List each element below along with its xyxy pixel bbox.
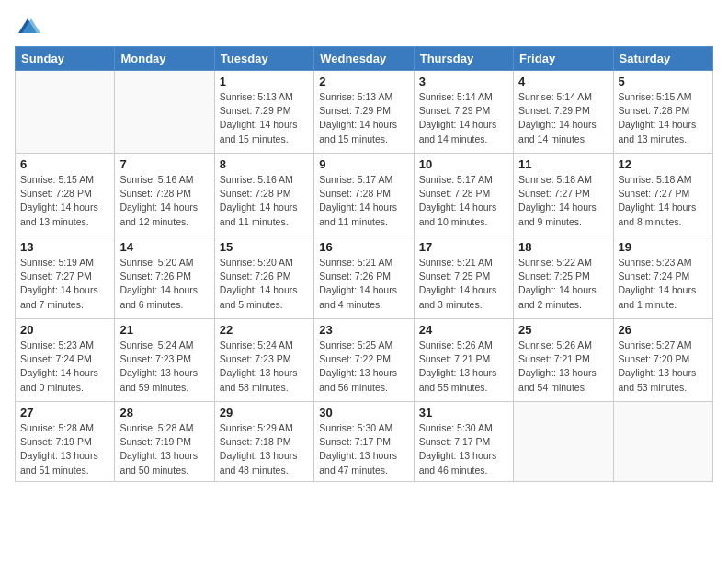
day-number: 2 <box>319 75 408 88</box>
day-number: 11 <box>518 157 608 171</box>
weekday-header-tuesday: Tuesday <box>214 47 313 71</box>
calendar-cell: 2Sunrise: 5:13 AMSunset: 7:29 PMDaylight… <box>314 71 414 154</box>
calendar-cell: 15Sunrise: 5:20 AMSunset: 7:26 PMDayligh… <box>214 236 313 319</box>
calendar-cell: 23Sunrise: 5:25 AMSunset: 7:22 PMDayligh… <box>314 319 414 402</box>
day-info: Sunrise: 5:26 AMSunset: 7:21 PMDaylight:… <box>419 339 508 395</box>
day-number: 13 <box>20 240 109 254</box>
calendar-cell: 21Sunrise: 5:24 AMSunset: 7:23 PMDayligh… <box>115 319 214 402</box>
day-number: 25 <box>518 323 608 337</box>
calendar-cell: 11Sunrise: 5:18 AMSunset: 7:27 PMDayligh… <box>514 154 613 236</box>
day-number: 3 <box>419 75 508 88</box>
week-row-3: 13Sunrise: 5:19 AMSunset: 7:27 PMDayligh… <box>16 236 713 319</box>
day-info: Sunrise: 5:23 AMSunset: 7:24 PMDaylight:… <box>619 256 708 312</box>
calendar-cell: 1Sunrise: 5:13 AMSunset: 7:29 PMDaylight… <box>214 71 313 154</box>
day-number: 17 <box>419 240 508 254</box>
day-number: 20 <box>20 323 109 337</box>
day-number: 5 <box>619 75 708 88</box>
day-info: Sunrise: 5:20 AMSunset: 7:26 PMDaylight:… <box>119 256 209 312</box>
day-number: 15 <box>220 240 309 254</box>
day-number: 19 <box>619 240 708 254</box>
weekday-header-row: SundayMondayTuesdayWednesdayThursdayFrid… <box>16 47 713 71</box>
calendar-cell: 16Sunrise: 5:21 AMSunset: 7:26 PMDayligh… <box>314 236 414 319</box>
day-info: Sunrise: 5:30 AMSunset: 7:17 PMDaylight:… <box>419 421 508 477</box>
day-number: 28 <box>119 406 209 419</box>
day-info: Sunrise: 5:16 AMSunset: 7:28 PMDaylight:… <box>220 173 309 229</box>
day-number: 16 <box>319 240 408 254</box>
day-number: 6 <box>20 157 109 171</box>
calendar-cell <box>514 402 613 482</box>
week-row-2: 6Sunrise: 5:15 AMSunset: 7:28 PMDaylight… <box>16 154 713 236</box>
calendar-cell: 28Sunrise: 5:28 AMSunset: 7:19 PMDayligh… <box>115 402 214 482</box>
calendar-cell: 13Sunrise: 5:19 AMSunset: 7:27 PMDayligh… <box>16 236 115 319</box>
day-number: 26 <box>619 323 708 337</box>
page-header <box>15 15 713 40</box>
day-number: 24 <box>419 323 508 337</box>
calendar-cell: 3Sunrise: 5:14 AMSunset: 7:29 PMDaylight… <box>414 71 513 154</box>
calendar-cell: 30Sunrise: 5:30 AMSunset: 7:17 PMDayligh… <box>314 402 414 482</box>
week-row-5: 27Sunrise: 5:28 AMSunset: 7:19 PMDayligh… <box>16 402 713 482</box>
calendar-cell: 20Sunrise: 5:23 AMSunset: 7:24 PMDayligh… <box>16 319 115 402</box>
calendar-cell: 29Sunrise: 5:29 AMSunset: 7:18 PMDayligh… <box>214 402 313 482</box>
calendar-cell: 14Sunrise: 5:20 AMSunset: 7:26 PMDayligh… <box>115 236 214 319</box>
day-number: 31 <box>419 406 508 419</box>
calendar-cell <box>613 402 712 482</box>
day-info: Sunrise: 5:26 AMSunset: 7:21 PMDaylight:… <box>518 339 608 395</box>
weekday-header-friday: Friday <box>514 47 613 71</box>
calendar-cell: 25Sunrise: 5:26 AMSunset: 7:21 PMDayligh… <box>514 319 613 402</box>
calendar-cell: 22Sunrise: 5:24 AMSunset: 7:23 PMDayligh… <box>214 319 313 402</box>
day-number: 21 <box>119 323 209 337</box>
day-number: 7 <box>119 157 209 171</box>
day-info: Sunrise: 5:17 AMSunset: 7:28 PMDaylight:… <box>319 173 408 229</box>
day-number: 18 <box>518 240 608 254</box>
day-info: Sunrise: 5:19 AMSunset: 7:27 PMDaylight:… <box>20 256 109 312</box>
calendar-cell: 7Sunrise: 5:16 AMSunset: 7:28 PMDaylight… <box>115 154 214 236</box>
calendar-table: SundayMondayTuesdayWednesdayThursdayFrid… <box>15 46 713 482</box>
day-number: 12 <box>619 157 708 171</box>
weekday-header-wednesday: Wednesday <box>314 47 414 71</box>
day-info: Sunrise: 5:13 AMSunset: 7:29 PMDaylight:… <box>319 90 408 146</box>
day-info: Sunrise: 5:18 AMSunset: 7:27 PMDaylight:… <box>518 173 608 229</box>
day-info: Sunrise: 5:25 AMSunset: 7:22 PMDaylight:… <box>319 339 408 395</box>
day-info: Sunrise: 5:14 AMSunset: 7:29 PMDaylight:… <box>518 90 608 146</box>
day-info: Sunrise: 5:29 AMSunset: 7:18 PMDaylight:… <box>220 421 309 477</box>
calendar-cell: 5Sunrise: 5:15 AMSunset: 7:28 PMDaylight… <box>613 71 712 154</box>
calendar-cell: 31Sunrise: 5:30 AMSunset: 7:17 PMDayligh… <box>414 402 513 482</box>
day-info: Sunrise: 5:30 AMSunset: 7:17 PMDaylight:… <box>319 421 408 477</box>
day-info: Sunrise: 5:21 AMSunset: 7:25 PMDaylight:… <box>419 256 508 312</box>
calendar-cell: 6Sunrise: 5:15 AMSunset: 7:28 PMDaylight… <box>16 154 115 236</box>
day-info: Sunrise: 5:15 AMSunset: 7:28 PMDaylight:… <box>619 90 708 146</box>
day-number: 8 <box>220 157 309 171</box>
day-number: 14 <box>119 240 209 254</box>
calendar-cell: 18Sunrise: 5:22 AMSunset: 7:25 PMDayligh… <box>514 236 613 319</box>
weekday-header-saturday: Saturday <box>613 47 712 71</box>
day-info: Sunrise: 5:21 AMSunset: 7:26 PMDaylight:… <box>319 256 408 312</box>
day-info: Sunrise: 5:20 AMSunset: 7:26 PMDaylight:… <box>220 256 309 312</box>
logo-icon <box>15 15 40 40</box>
day-number: 10 <box>419 157 508 171</box>
day-number: 27 <box>20 406 109 419</box>
day-info: Sunrise: 5:15 AMSunset: 7:28 PMDaylight:… <box>20 173 109 229</box>
day-info: Sunrise: 5:28 AMSunset: 7:19 PMDaylight:… <box>20 421 109 477</box>
day-info: Sunrise: 5:18 AMSunset: 7:27 PMDaylight:… <box>619 173 708 229</box>
calendar-cell: 9Sunrise: 5:17 AMSunset: 7:28 PMDaylight… <box>314 154 414 236</box>
week-row-1: 1Sunrise: 5:13 AMSunset: 7:29 PMDaylight… <box>16 71 713 154</box>
day-info: Sunrise: 5:28 AMSunset: 7:19 PMDaylight:… <box>119 421 209 477</box>
day-info: Sunrise: 5:13 AMSunset: 7:29 PMDaylight:… <box>220 90 309 146</box>
day-info: Sunrise: 5:14 AMSunset: 7:29 PMDaylight:… <box>419 90 508 146</box>
calendar-cell <box>16 71 115 154</box>
day-number: 22 <box>220 323 309 337</box>
day-info: Sunrise: 5:22 AMSunset: 7:25 PMDaylight:… <box>518 256 608 312</box>
calendar-cell: 17Sunrise: 5:21 AMSunset: 7:25 PMDayligh… <box>414 236 513 319</box>
day-info: Sunrise: 5:16 AMSunset: 7:28 PMDaylight:… <box>119 173 209 229</box>
logo <box>15 15 44 40</box>
calendar-cell: 24Sunrise: 5:26 AMSunset: 7:21 PMDayligh… <box>414 319 513 402</box>
calendar-cell: 12Sunrise: 5:18 AMSunset: 7:27 PMDayligh… <box>613 154 712 236</box>
weekday-header-thursday: Thursday <box>414 47 513 71</box>
day-number: 4 <box>518 75 608 88</box>
calendar-cell <box>115 71 214 154</box>
day-number: 23 <box>319 323 408 337</box>
calendar-cell: 19Sunrise: 5:23 AMSunset: 7:24 PMDayligh… <box>613 236 712 319</box>
calendar-cell: 4Sunrise: 5:14 AMSunset: 7:29 PMDaylight… <box>514 71 613 154</box>
day-number: 29 <box>220 406 309 419</box>
day-info: Sunrise: 5:17 AMSunset: 7:28 PMDaylight:… <box>419 173 508 229</box>
